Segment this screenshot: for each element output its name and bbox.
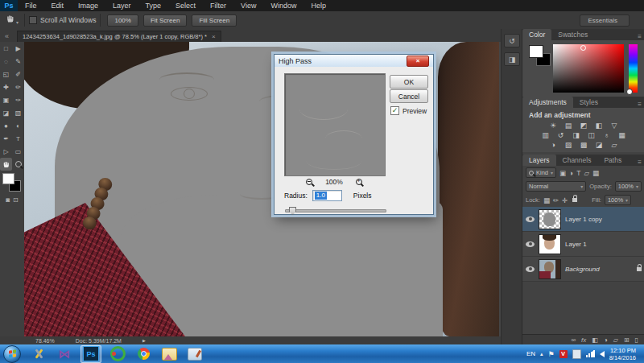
radius-input[interactable]: 1.0 (312, 190, 342, 201)
zoom-percentage[interactable]: 78.46% (35, 338, 55, 344)
quick-selection-tool[interactable]: ✎ (12, 55, 24, 68)
opacity-value[interactable]: 100%▾ (615, 181, 642, 192)
add-layer-mask-icon[interactable]: ◧ (592, 336, 598, 344)
history-panel-icon[interactable]: ↺ (504, 34, 520, 47)
new-group-icon[interactable]: ▱ (613, 336, 618, 344)
taskbar-utility-app[interactable] (29, 346, 48, 362)
slider-handle[interactable] (289, 207, 296, 215)
move-tool[interactable]: ▶ (12, 42, 24, 55)
properties-panel-icon[interactable]: ◨ (504, 52, 520, 66)
menu-filter[interactable]: Filter (203, 0, 233, 11)
hue-slider-marker[interactable] (626, 89, 633, 95)
delete-layer-icon[interactable]: ▯ (635, 336, 638, 344)
hue-slider[interactable] (629, 44, 638, 93)
workspace-switcher[interactable]: Essentials (580, 14, 630, 27)
dialog-title-bar[interactable]: High Pass × (275, 55, 433, 67)
tab-styles[interactable]: Styles (573, 97, 605, 108)
menu-layer[interactable]: Layer (105, 0, 138, 11)
scroll-all-windows-checkbox[interactable] (29, 16, 37, 24)
tab-layers[interactable]: Layers (522, 155, 556, 166)
start-button[interactable] (3, 345, 21, 363)
brightness-contrast-icon[interactable]: ☀ (548, 122, 558, 130)
link-layers-icon[interactable]: ∞ (571, 336, 576, 344)
tool-preset-arrow[interactable]: ▾ (16, 19, 19, 25)
menu-view[interactable]: View (233, 0, 263, 11)
document-tab[interactable]: 12434253634_1d9028523a_k.jpg @ 78.5% (La… (17, 31, 221, 42)
tab-color[interactable]: Color (522, 29, 551, 40)
menu-type[interactable]: Type (138, 0, 169, 11)
color-balance-icon[interactable]: ↺ (556, 131, 566, 139)
gradient-tool[interactable]: ▧ (12, 106, 24, 119)
layer-thumbnail[interactable] (539, 234, 561, 254)
layer-name[interactable]: Background (565, 266, 600, 273)
lock-pixels-icon[interactable]: ✏ (553, 196, 559, 204)
quick-mask-icon[interactable]: ◙ (6, 196, 10, 204)
collapse-panels-chevron[interactable]: « (0, 32, 17, 42)
layer-thumbnail[interactable] (539, 259, 561, 279)
tab-close-icon[interactable]: × (212, 33, 216, 40)
curves-icon[interactable]: ◩ (579, 122, 588, 130)
rectangle-tool[interactable]: ▭ (12, 145, 24, 158)
layer-name[interactable]: Layer 1 copy (565, 216, 602, 223)
blend-mode-dropdown[interactable]: Normal▾ (526, 181, 586, 192)
path-selection-tool[interactable]: ▷ (0, 145, 12, 158)
screen-mode-icon[interactable]: ⊡ (13, 196, 19, 204)
layer-row-background[interactable]: Background (522, 257, 644, 282)
brush-tool[interactable]: ✏ (12, 80, 24, 93)
filter-type-layers-icon[interactable]: T (576, 169, 580, 177)
tab-adjustments[interactable]: Adjustments (522, 97, 573, 108)
gradient-map-icon[interactable]: ◪ (594, 141, 604, 149)
tab-paths[interactable]: Paths (597, 155, 628, 166)
color-picker-marker[interactable] (580, 45, 586, 51)
panel-menu-icon[interactable]: ≡ (638, 33, 644, 40)
blur-tool[interactable]: ● (0, 119, 12, 132)
visibility-eye-icon[interactable] (526, 266, 535, 272)
taskbar-paint[interactable] (185, 346, 204, 362)
invert-icon[interactable]: ◑ (548, 141, 558, 149)
new-adjustment-layer-icon[interactable]: ◑ (604, 336, 608, 344)
hue-saturation-icon[interactable]: ▥ (541, 131, 551, 139)
saturation-brightness-picker[interactable] (553, 44, 624, 93)
lasso-tool[interactable]: ◌ (0, 55, 12, 68)
filter-preview-box[interactable] (284, 73, 386, 176)
foreground-color-swatch[interactable] (2, 173, 14, 184)
black-white-icon[interactable]: ◨ (572, 131, 581, 139)
panel-menu-icon[interactable]: ≡ (638, 159, 644, 166)
action-center-flag-icon[interactable]: ⚑ (548, 350, 555, 358)
menu-select[interactable]: Select (168, 0, 203, 11)
clipboard-tray-icon[interactable] (572, 349, 581, 359)
zoom-out-icon[interactable] (306, 179, 312, 185)
radius-slider[interactable] (285, 207, 385, 213)
taskbar-photoshop[interactable]: Ps (80, 345, 101, 363)
volume-icon[interactable] (600, 351, 605, 357)
lock-all-icon[interactable] (572, 198, 577, 202)
selective-color-icon[interactable]: ▱ (609, 141, 619, 149)
layer-effects-icon[interactable]: fx (581, 336, 586, 344)
layer-row-layer1copy[interactable]: Layer 1 copy (522, 207, 644, 232)
levels-icon[interactable]: ▤ (564, 122, 573, 130)
rectangular-marquee-tool[interactable]: □ (0, 42, 12, 55)
visibility-eye-icon[interactable] (526, 241, 535, 247)
hand-tool[interactable] (0, 158, 12, 171)
taskbar-chrome[interactable] (134, 346, 153, 362)
menu-window[interactable]: Window (263, 0, 303, 11)
cancel-button[interactable]: Cancel (390, 89, 428, 103)
threshold-icon[interactable]: ▩ (579, 141, 588, 149)
status-arrow-icon[interactable]: ▶ (142, 338, 146, 343)
fill-screen-button[interactable]: Fill Screen (192, 14, 237, 27)
eraser-tool[interactable]: ◪ (0, 106, 12, 119)
history-brush-tool[interactable]: ✑ (12, 93, 24, 106)
zoom-in-icon[interactable] (356, 179, 362, 185)
spot-healing-brush-tool[interactable]: ✚ (0, 80, 12, 93)
taskbar-visual-studio[interactable]: ⋈ (55, 346, 74, 362)
layer-thumbnail[interactable] (539, 209, 561, 229)
zoom-100-button[interactable]: 100% (107, 14, 138, 27)
zoom-tool[interactable] (12, 158, 24, 171)
preview-checkbox[interactable]: ✓ (390, 106, 399, 115)
crop-tool[interactable]: ◱ (0, 68, 12, 80)
show-hidden-icons-arrow[interactable]: ▴ (540, 351, 543, 357)
color-lookup-icon[interactable]: ▦ (617, 131, 627, 139)
filter-smart-objects-icon[interactable]: ▦ (592, 169, 599, 177)
pen-tool[interactable]: ✒ (0, 132, 12, 145)
layer-row-layer1[interactable]: Layer 1 (522, 232, 644, 257)
